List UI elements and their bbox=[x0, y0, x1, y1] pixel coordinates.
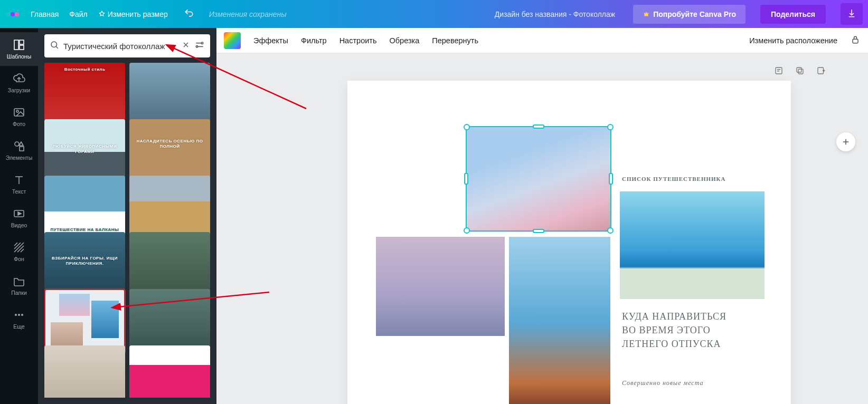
resize-handle-t[interactable] bbox=[533, 124, 544, 129]
duplicate-page-icon[interactable] bbox=[795, 66, 805, 78]
rail-text[interactable]: Текст bbox=[0, 167, 38, 201]
add-page-inline-icon[interactable] bbox=[816, 66, 826, 78]
rail-templates[interactable]: Шаблоны bbox=[0, 32, 38, 66]
undo-icon[interactable] bbox=[184, 8, 194, 20]
page-small-title[interactable]: СПИСОК ПУТЕШЕСТВЕННИКА bbox=[622, 176, 726, 182]
template-card[interactable]: НАСЛАДИТЕСЬ ОСЕНЬЮ ПО ПОЛНОЙ bbox=[129, 119, 210, 184]
share-button[interactable]: Поделиться bbox=[760, 5, 826, 24]
template-card[interactable]: Восточный стиль bbox=[44, 63, 125, 127]
svg-rect-18 bbox=[776, 68, 782, 74]
ctx-flip[interactable]: Перевернуть bbox=[432, 36, 478, 45]
svg-point-1 bbox=[11, 12, 15, 16]
svg-point-14 bbox=[51, 42, 57, 47]
save-status: Изменения сохранены bbox=[209, 10, 287, 18]
search-input[interactable] bbox=[63, 42, 177, 51]
ctx-crop[interactable]: Обрезка bbox=[390, 36, 420, 45]
rail-video-label: Видео bbox=[11, 222, 27, 228]
clear-search-icon[interactable] bbox=[182, 41, 190, 51]
rail-elements[interactable]: Элементы bbox=[0, 133, 38, 167]
template-search bbox=[44, 34, 210, 57]
page-image[interactable] bbox=[376, 237, 505, 336]
resize-handle-r[interactable] bbox=[609, 173, 613, 185]
resize-handle-b[interactable] bbox=[533, 229, 544, 233]
page-image[interactable] bbox=[620, 191, 765, 299]
lock-icon[interactable] bbox=[850, 34, 861, 46]
template-grid: Восточный стиль ЛЮБУЙСЯ ЖИВОПИСНЫМИ ГОРА… bbox=[44, 63, 210, 398]
topbar: Главная Файл Изменить размер Изменения с… bbox=[0, 0, 868, 28]
add-page-button[interactable] bbox=[836, 132, 855, 151]
template-card[interactable] bbox=[129, 176, 210, 240]
try-pro-button[interactable]: Попробуйте Canva Pro bbox=[633, 5, 746, 24]
svg-rect-4 bbox=[20, 40, 24, 44]
template-card[interactable] bbox=[129, 345, 210, 398]
template-card[interactable] bbox=[129, 232, 210, 296]
ctx-adjust[interactable]: Настроить bbox=[339, 36, 377, 45]
template-card-selected[interactable] bbox=[44, 289, 125, 353]
template-card[interactable] bbox=[44, 345, 125, 398]
svg-rect-17 bbox=[853, 39, 858, 43]
rail-background[interactable]: Фон bbox=[0, 235, 38, 268]
rail-uploads-label: Загрузки bbox=[8, 87, 30, 93]
rail-background-label: Фон bbox=[14, 256, 24, 262]
selection-box bbox=[466, 126, 611, 232]
template-card[interactable]: ВЗБИРАЙСЯ НА ГОРЫ. ИЩИ ПРИКЛЮЧЕНИЯ. bbox=[44, 232, 125, 296]
svg-rect-5 bbox=[20, 45, 24, 50]
svg-point-0 bbox=[6, 12, 11, 16]
search-filter-icon[interactable] bbox=[194, 40, 205, 52]
template-card[interactable] bbox=[129, 289, 210, 353]
svg-point-11 bbox=[15, 314, 17, 316]
rail-elements-label: Элементы bbox=[6, 155, 32, 161]
svg-rect-19 bbox=[798, 69, 803, 74]
canva-logo-icon[interactable] bbox=[5, 7, 20, 22]
design-page[interactable]: СПИСОК ПУТЕШЕСТВЕННИКА КУДА НАПРАВИТЬСЯ … bbox=[347, 81, 791, 404]
side-rail: Шаблоны Загрузки Фото Элементы Текст Вид… bbox=[0, 28, 38, 404]
templates-panel: Восточный стиль ЛЮБУЙСЯ ЖИВОПИСНЫМИ ГОРА… bbox=[38, 28, 216, 404]
svg-point-16 bbox=[196, 46, 197, 47]
resize-handle-l[interactable] bbox=[464, 173, 468, 185]
svg-point-7 bbox=[16, 110, 18, 112]
page-mini-toolbar bbox=[774, 66, 826, 78]
resize-handle-tr[interactable] bbox=[607, 124, 614, 130]
svg-rect-21 bbox=[818, 68, 824, 74]
page-subtitle[interactable]: Совершенно новые места bbox=[622, 379, 704, 387]
svg-rect-9 bbox=[20, 147, 24, 151]
page-image[interactable] bbox=[509, 237, 610, 404]
rail-uploads[interactable]: Загрузки bbox=[0, 66, 38, 100]
rail-folders[interactable]: Папки bbox=[0, 268, 38, 302]
notes-icon[interactable] bbox=[774, 66, 784, 78]
resize-handle-br[interactable] bbox=[607, 227, 614, 234]
template-card[interactable]: ПУТЕШЕСТВИЕ НА БАЛКАНЫ bbox=[44, 176, 125, 240]
context-toolbar: Эффекты Фильтр Настроить Обрезка Перевер… bbox=[216, 28, 868, 53]
rail-more[interactable]: Еще bbox=[0, 302, 38, 336]
svg-point-13 bbox=[21, 314, 23, 316]
svg-point-8 bbox=[15, 142, 19, 146]
nav-resize[interactable]: Изменить размер bbox=[98, 10, 168, 18]
ctx-filter[interactable]: Фильтр bbox=[301, 36, 327, 45]
ctx-position[interactable]: Изменить расположение bbox=[749, 36, 837, 45]
svg-rect-6 bbox=[14, 109, 24, 116]
rail-folders-label: Папки bbox=[11, 290, 27, 296]
svg-point-12 bbox=[18, 314, 20, 316]
document-title[interactable]: Дизайн без названия - Фотоколлаж bbox=[495, 10, 615, 18]
rail-text-label: Текст bbox=[12, 188, 26, 195]
svg-point-2 bbox=[15, 12, 19, 16]
canvas-area[interactable]: СПИСОК ПУТЕШЕСТВЕННИКА КУДА НАПРАВИТЬСЯ … bbox=[216, 53, 868, 404]
svg-rect-20 bbox=[797, 68, 801, 72]
template-card[interactable] bbox=[129, 63, 210, 127]
nav-home[interactable]: Главная bbox=[31, 10, 59, 18]
svg-rect-3 bbox=[14, 40, 18, 50]
rail-photos-label: Фото bbox=[13, 121, 25, 127]
rail-video[interactable]: Видео bbox=[0, 201, 38, 235]
nav-file[interactable]: Файл bbox=[69, 10, 87, 18]
rail-more-label: Еще bbox=[13, 323, 24, 330]
search-icon bbox=[50, 40, 59, 52]
ctx-effects[interactable]: Эффекты bbox=[253, 36, 288, 45]
download-button[interactable] bbox=[841, 3, 863, 25]
rail-templates-label: Шаблоны bbox=[7, 53, 31, 60]
page-headline[interactable]: КУДА НАПРАВИТЬСЯ ВО ВРЕМЯ ЭТОГО ЛЕТНЕГО … bbox=[622, 310, 743, 351]
resize-handle-tl[interactable] bbox=[464, 124, 470, 130]
template-card[interactable]: ЛЮБУЙСЯ ЖИВОПИСНЫМИ ГОРАМИ bbox=[44, 119, 125, 184]
rail-photos[interactable]: Фото bbox=[0, 100, 38, 133]
resize-handle-bl[interactable] bbox=[464, 227, 470, 234]
color-picker-swatch[interactable] bbox=[224, 32, 241, 49]
